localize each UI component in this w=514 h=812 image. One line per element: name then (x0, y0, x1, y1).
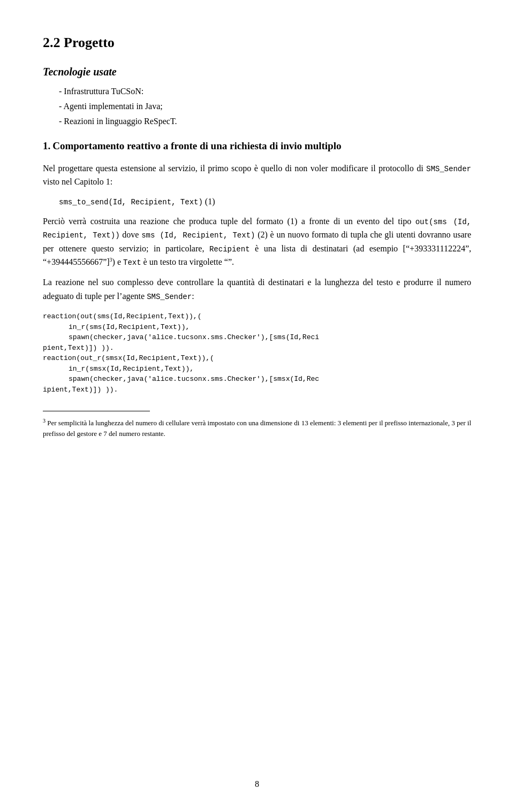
inline-code-out-sms: out(sms (Id, Recipient, Text)) (43, 218, 471, 240)
footnote-divider (43, 411, 150, 411)
footnote: 3 Per semplicità la lunghezza del numero… (43, 417, 471, 439)
footnote-ref-3: 3 (110, 257, 112, 263)
page-container: 2.2 Progetto Tecnologie usate Infrastrut… (0, 0, 514, 812)
inline-code-sms-sender-2: SMS_Sender (147, 293, 192, 301)
inline-code-text: Text (123, 258, 141, 267)
numbered-section: 1. Comportamento reattivo a fronte di un… (43, 139, 471, 154)
footnote-number: 3 (43, 418, 46, 424)
list-item: Agenti implementati in Java; (59, 100, 471, 113)
numbered-section-title: Comportamento reattivo a fronte di una r… (52, 140, 341, 151)
formula-code: sms_to_send(Id, Recipient, Text) (59, 198, 203, 206)
section-title: 2.2 Progetto (43, 32, 471, 53)
list-item: Infrastruttura TuCSoN: (59, 85, 471, 98)
subsection-title: Tecnologie usate (43, 64, 471, 80)
list-item: Reazioni in linguaggio ReSpecT. (59, 115, 471, 128)
paragraph-2: Perciò verrà costruita una reazione che … (43, 215, 471, 269)
inline-code-recipient: Recipient (209, 245, 250, 254)
inline-code-sms-tuple: sms (Id, Recipient, Text) (141, 231, 255, 240)
numbered-section-number: 1. (43, 140, 50, 151)
page-number: 8 (255, 778, 259, 791)
code-block: reaction(out(sms(Id,Recipient,Text)),(in… (43, 311, 471, 395)
formula: sms_to_send(Id, Recipient, Text) (1) (59, 195, 471, 208)
paragraph-1: Nel progettare questa estensione al serv… (43, 162, 471, 189)
bullet-list: Infrastruttura TuCSoN: Agenti implementa… (59, 85, 471, 128)
paragraph-3: La reazione nel suo complesso deve contr… (43, 275, 471, 303)
inline-code-sms-sender: SMS_Sender (426, 165, 471, 173)
